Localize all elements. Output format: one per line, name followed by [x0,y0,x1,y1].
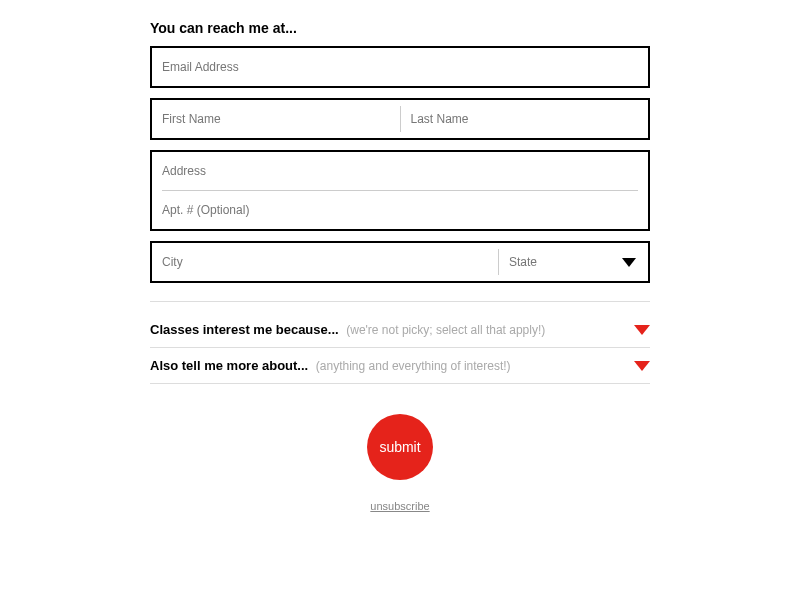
accordion-classes-interest[interactable]: Classes interest me because... (we're no… [150,312,650,348]
address-field[interactable] [152,152,648,190]
submit-button[interactable]: submit [367,414,433,480]
apt-field[interactable] [152,191,648,229]
accordion-hint: (anything and everything of interest!) [316,359,511,373]
email-field[interactable] [152,48,648,86]
submit-container: submit unsubscribe [150,414,650,512]
accordion-label: Classes interest me because... [150,322,339,337]
accordion-title: Also tell me more about... (anything and… [150,358,511,373]
state-field[interactable] [499,249,622,275]
chevron-down-icon [622,258,636,267]
first-name-field[interactable] [152,100,400,138]
state-select[interactable] [498,249,648,275]
accordion-title: Classes interest me because... (we're no… [150,322,545,337]
chevron-down-icon [634,361,650,371]
unsubscribe-link[interactable]: unsubscribe [150,500,650,512]
form-heading: You can reach me at... [150,20,650,36]
divider [150,301,650,302]
accordion-hint: (we're not picky; select all that apply!… [346,323,545,337]
city-field[interactable] [152,243,498,281]
chevron-down-icon [634,325,650,335]
address-group [150,150,650,231]
accordion-label: Also tell me more about... [150,358,308,373]
last-name-field[interactable] [401,100,649,138]
name-group [150,98,650,140]
city-state-group [150,241,650,283]
email-group [150,46,650,88]
accordion-tell-me-more[interactable]: Also tell me more about... (anything and… [150,348,650,384]
